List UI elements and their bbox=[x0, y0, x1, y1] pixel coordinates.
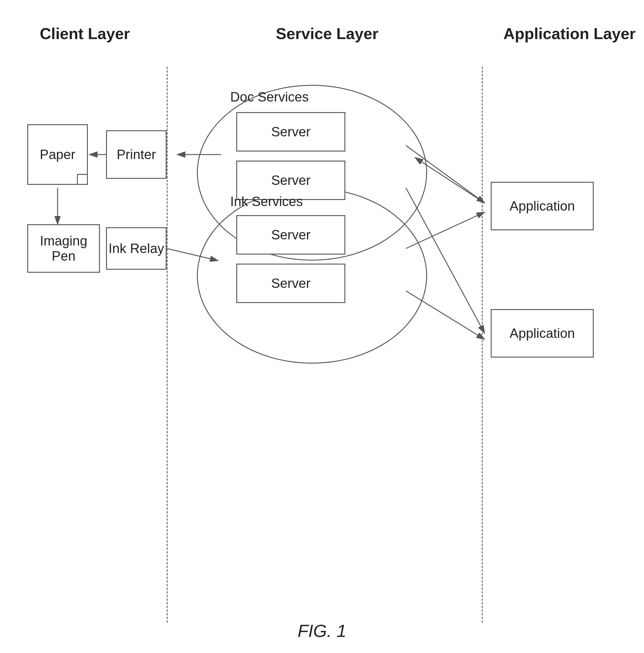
ink-services-label: Ink Services bbox=[230, 194, 303, 209]
server3-box: Server bbox=[236, 215, 345, 255]
application1-box: Application bbox=[491, 182, 594, 230]
printer-box: Printer bbox=[106, 130, 167, 179]
application2-box: Application bbox=[491, 309, 594, 358]
figure-caption: FIG. 1 bbox=[297, 621, 346, 641]
ink-relay-box: Ink Relay bbox=[106, 227, 167, 270]
server4-box: Server bbox=[236, 264, 345, 303]
service-layer-header: Service Layer bbox=[224, 24, 430, 43]
client-layer-header: Client Layer bbox=[27, 24, 142, 43]
doc-services-label: Doc Services bbox=[230, 89, 309, 104]
imaging-pen-box: Imaging Pen bbox=[27, 224, 100, 273]
paper-box: Paper bbox=[27, 124, 88, 185]
divider-left bbox=[167, 67, 168, 623]
server1-box: Server bbox=[236, 112, 345, 151]
diagram-container: Client Layer Service Layer Application L… bbox=[18, 18, 626, 623]
application-layer-header: Application Layer bbox=[503, 24, 636, 43]
divider-right bbox=[481, 67, 483, 623]
